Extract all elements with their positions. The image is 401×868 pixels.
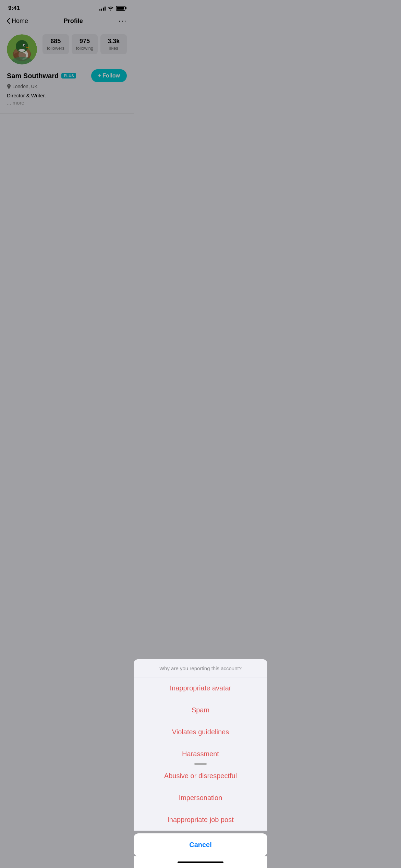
sheet-overlay[interactable] xyxy=(0,0,134,289)
